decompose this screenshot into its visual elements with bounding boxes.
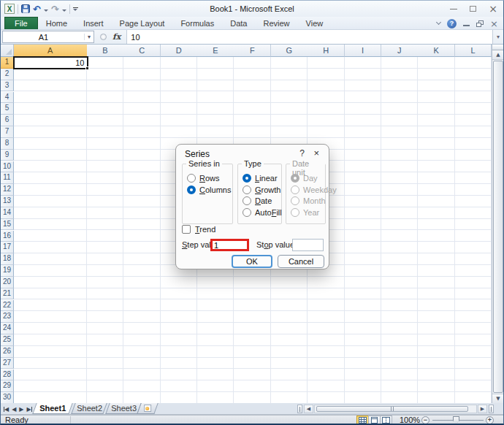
help-icon[interactable]: ? [447,19,457,28]
ribbon-tab-review[interactable]: Review [255,17,297,29]
step-value-input[interactable] [210,239,249,251]
formula-input[interactable]: 10 [127,30,492,44]
workbook-restore-icon[interactable] [476,20,484,27]
maximize-icon[interactable] [470,6,476,12]
row-header-17[interactable]: 17 [1,242,14,253]
insert-worksheet-tab[interactable] [137,403,158,414]
radio-linear[interactable]: Linear [243,173,278,183]
row-header-7[interactable]: 7 [1,126,14,138]
row-header-29[interactable]: 29 [1,380,14,392]
last-sheet-icon[interactable]: ▶ [26,406,31,413]
row-header-2[interactable]: 2 [1,69,14,80]
ribbon-tab-data[interactable]: Data [222,17,255,29]
row-header-23[interactable]: 23 [1,311,14,323]
column-header-F[interactable]: F [234,45,271,57]
fill-handle[interactable] [85,66,89,70]
page-layout-view-button[interactable] [368,416,381,425]
row-header-25[interactable]: 25 [1,334,14,346]
row-header-11[interactable]: 11 [1,172,14,184]
trend-checkbox[interactable]: Trend [182,224,215,234]
page-break-preview-button[interactable] [380,416,392,425]
scroll-up-icon[interactable]: ▲ [492,50,504,60]
scroll-right-icon[interactable]: ▶ [478,405,487,413]
select-all-corner[interactable] [1,45,14,57]
radio-autofill[interactable]: AutoFill [243,207,282,218]
radio-growth[interactable]: Growth [243,185,280,195]
column-header-E[interactable]: E [197,45,234,57]
ribbon-tab-insert[interactable]: Insert [75,17,112,29]
radio-rows[interactable]: Rows [187,173,220,183]
stop-value-input[interactable] [292,239,324,251]
next-sheet-icon[interactable]: ▶ [19,406,23,413]
row-header-24[interactable]: 24 [1,323,14,334]
row-header-30[interactable]: 30 [1,392,14,404]
horizontal-split-handle[interactable] [489,405,494,413]
close-icon[interactable]: × [489,4,497,14]
expand-formula-bar-icon[interactable]: ▾ [492,30,503,44]
column-header-B[interactable]: B [87,45,124,57]
row-header-9[interactable]: 9 [1,150,14,161]
tab-scrollbar-split-handle[interactable] [297,405,302,413]
zoom-level[interactable]: 100% [400,416,420,425]
normal-view-button[interactable] [356,416,369,425]
zoom-slider-thumb[interactable] [453,416,459,424]
sheet-tab-sheet1[interactable]: Sheet1 [32,403,72,414]
row-header-1[interactable]: 1 [1,57,14,69]
insert-function-icon[interactable]: fx [112,32,121,42]
row-header-6[interactable]: 6 [1,115,14,126]
radio-columns[interactable]: Columns [187,185,231,195]
ribbon-tab-page-layout[interactable]: Page Layout [112,17,173,29]
sheet-tab-sheet3[interactable]: Sheet3 [105,403,141,414]
selected-cell-A1[interactable]: 10 [13,56,88,70]
column-header-G[interactable]: G [271,45,308,57]
row-header-16[interactable]: 16 [1,231,14,242]
save-icon[interactable] [21,4,30,13]
redo-icon[interactable]: ↷ [51,4,59,14]
vertical-scrollbar[interactable]: ▲ ▼ [492,45,504,403]
column-header-K[interactable]: K [418,45,455,57]
row-header-15[interactable]: 15 [1,219,14,231]
workbook-close-icon[interactable]: × [490,19,498,28]
row-header-14[interactable]: 14 [1,207,14,219]
radio-date[interactable]: Date [243,196,272,206]
row-header-27[interactable]: 27 [1,358,14,370]
redo-dropdown-icon[interactable] [62,9,66,12]
row-header-4[interactable]: 4 [1,92,14,104]
zoom-out-icon[interactable]: − [421,416,429,424]
column-header-D[interactable]: D [161,45,198,57]
scroll-down-icon[interactable]: ▼ [492,394,504,403]
row-header-12[interactable]: 12 [1,184,14,196]
expand-ribbon-icon[interactable] [436,20,441,25]
row-header-10[interactable]: 10 [1,161,14,173]
row-header-19[interactable]: 19 [1,265,14,277]
column-header-H[interactable]: H [308,45,345,57]
column-header-J[interactable]: J [381,45,419,57]
horizontal-scroll-track[interactable] [314,405,477,413]
row-header-3[interactable]: 3 [1,80,14,92]
cancel-button[interactable]: Cancel [278,255,324,268]
minimize-icon[interactable] [450,9,457,9]
column-header-I[interactable]: I [345,45,382,57]
ribbon-tab-file[interactable]: File [4,17,38,29]
name-box[interactable]: A1 ▾ [2,31,94,43]
row-header-18[interactable]: 18 [1,253,14,265]
row-header-8[interactable]: 8 [1,138,14,150]
workbook-minimize-icon[interactable] [463,25,470,26]
ok-button[interactable]: OK [232,255,272,268]
vertical-scroll-thumb[interactable] [493,61,503,393]
row-header-28[interactable]: 28 [1,370,14,381]
name-box-dropdown-icon[interactable]: ▾ [84,34,93,40]
column-header-L[interactable]: L [455,45,492,57]
dialog-close-button[interactable]: × [313,148,319,158]
excel-logo-icon[interactable]: X [4,4,15,14]
customize-qat-icon[interactable] [73,7,78,11]
row-header-21[interactable]: 21 [1,288,14,300]
zoom-in-icon[interactable]: + [486,416,494,424]
undo-icon[interactable]: ↶ [33,4,41,14]
vertical-split-handle[interactable] [492,45,504,50]
column-header-A[interactable]: A [14,45,88,57]
sheet-tab-sheet2[interactable]: Sheet2 [71,403,107,414]
horizontal-scroll-thumb[interactable] [316,406,468,412]
row-header-22[interactable]: 22 [1,300,14,312]
scroll-left-icon[interactable]: ◀ [304,405,313,413]
